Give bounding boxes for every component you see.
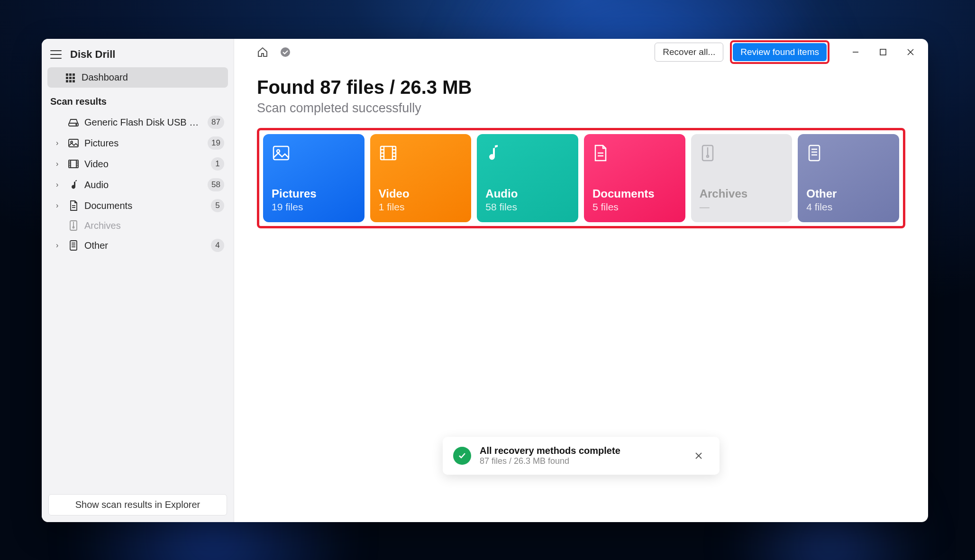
card-sub: 5 files — [592, 201, 677, 213]
card-sub: 19 files — [272, 201, 356, 213]
chevron-right-icon: › — [56, 160, 63, 168]
content: Found 87 files / 26.3 MB Scan completed … — [234, 65, 928, 228]
svg-point-51 — [707, 155, 709, 157]
svg-rect-33 — [880, 49, 886, 55]
card-title: Audio — [485, 187, 570, 200]
toast-title: All recovery methods complete — [480, 445, 686, 456]
card-archives: Archives— — [691, 134, 793, 222]
svg-rect-7 — [69, 80, 72, 82]
svg-rect-36 — [273, 146, 289, 160]
card-title: Documents — [592, 187, 677, 200]
sidebar-item-badge: 58 — [208, 178, 224, 191]
sidebar-item-label: Audio — [84, 180, 203, 190]
pictures-icon — [272, 144, 291, 163]
maximize-button[interactable] — [869, 43, 897, 62]
sidebar-item-badge: 5 — [211, 199, 224, 212]
svg-rect-11 — [69, 139, 78, 147]
show-in-explorer-button[interactable]: Show scan results in Explorer — [48, 494, 227, 515]
svg-rect-52 — [809, 145, 820, 161]
sidebar-item-archives: ›Archives — [47, 216, 228, 235]
svg-point-10 — [76, 124, 77, 125]
sidebar-item-label: Other — [84, 240, 206, 251]
card-audio[interactable]: Audio58 files — [477, 134, 578, 222]
svg-rect-6 — [66, 80, 68, 82]
sidebar-disk-row[interactable]: › Generic Flash Disk USB D... 87 — [47, 112, 228, 133]
sidebar-item-pictures[interactable]: ›Pictures19 — [47, 133, 228, 154]
svg-point-31 — [281, 47, 290, 57]
sidebar-item-other[interactable]: ›Other4 — [47, 235, 228, 256]
sidebar-header: Disk Drill — [42, 39, 234, 67]
card-sub: 58 files — [485, 201, 570, 213]
sidebar-item-documents[interactable]: ›Documents5 — [47, 195, 228, 216]
chevron-right-icon: › — [56, 139, 63, 147]
svg-rect-5 — [73, 77, 75, 79]
sidebar-item-video[interactable]: ›Video1 — [47, 154, 228, 174]
picture-icon — [67, 138, 80, 148]
sidebar-item-label: Dashboard — [82, 72, 128, 83]
toast-close-button[interactable] — [695, 452, 709, 460]
svg-rect-0 — [66, 73, 68, 76]
card-sub: 1 files — [379, 201, 463, 213]
sidebar-item-label: Pictures — [84, 138, 203, 149]
sidebar-tree: › Generic Flash Disk USB D... 87 ›Pictur… — [42, 112, 234, 256]
card-documents[interactable]: Documents5 files — [584, 134, 685, 222]
home-button[interactable] — [253, 43, 272, 62]
svg-point-37 — [277, 150, 280, 153]
sidebar: Disk Drill Dashboard Scan results › Gene… — [42, 39, 234, 522]
scan-complete-icon — [276, 43, 295, 62]
disk-icon — [67, 118, 80, 126]
sidebar-item-badge: 4 — [211, 239, 224, 252]
sidebar-item-badge: 19 — [208, 136, 224, 150]
review-highlight: Review found items — [730, 40, 829, 64]
svg-rect-4 — [69, 77, 72, 79]
grid-icon — [65, 73, 75, 82]
check-icon — [453, 447, 471, 465]
review-found-items-button[interactable]: Review found items — [733, 43, 827, 61]
sidebar-item-label: Archives — [84, 220, 224, 231]
document-icon — [67, 200, 80, 211]
video-icon — [67, 159, 80, 169]
titlebar: Recover all... Review found items — [234, 39, 928, 65]
sidebar-item-label: Video — [84, 159, 206, 170]
svg-rect-3 — [66, 77, 68, 79]
svg-rect-2 — [73, 73, 75, 76]
window-controls — [842, 43, 924, 62]
card-video[interactable]: Video1 files — [370, 134, 472, 222]
summary-headline: Found 87 files / 26.3 MB — [257, 77, 905, 98]
card-title: Video — [379, 187, 463, 200]
sidebar-item-audio[interactable]: ›Audio58 — [47, 174, 228, 195]
svg-rect-1 — [69, 73, 72, 76]
card-title: Archives — [700, 187, 784, 200]
cards-highlight: Pictures19 filesVideo1 filesAudio58 file… — [257, 128, 905, 228]
close-button[interactable] — [897, 43, 924, 62]
card-pictures[interactable]: Pictures19 files — [263, 134, 364, 222]
other-icon — [806, 144, 825, 163]
toast: All recovery methods complete 87 files /… — [443, 437, 720, 475]
sidebar-section-label: Scan results — [42, 90, 234, 112]
archives-icon — [700, 144, 719, 163]
card-sub: — — [700, 201, 784, 213]
documents-icon — [592, 144, 611, 163]
card-title: Pictures — [272, 187, 356, 200]
app-window: Disk Drill Dashboard Scan results › Gene… — [42, 39, 928, 522]
chevron-right-icon: › — [56, 241, 63, 250]
minimize-button[interactable] — [842, 43, 869, 62]
svg-point-26 — [73, 227, 74, 228]
main-area: Recover all... Review found items Found … — [234, 39, 928, 522]
recover-all-button[interactable]: Recover all... — [655, 43, 723, 62]
card-sub: 4 files — [806, 201, 891, 213]
sidebar-item-badge: 1 — [211, 157, 224, 171]
audio-icon — [67, 179, 80, 190]
sidebar-item-label: Documents — [84, 200, 206, 211]
summary-subhead: Scan completed successfully — [257, 101, 905, 116]
video-icon — [379, 144, 398, 163]
card-other[interactable]: Other4 files — [798, 134, 899, 222]
sidebar-disk-label: Generic Flash Disk USB D... — [84, 117, 203, 128]
cards-row: Pictures19 filesVideo1 filesAudio58 file… — [263, 134, 899, 222]
sidebar-item-dashboard[interactable]: Dashboard — [47, 67, 228, 88]
toast-sub: 87 files / 26.3 MB found — [480, 456, 686, 466]
other-icon — [67, 240, 80, 251]
menu-icon[interactable] — [50, 50, 62, 59]
audio-icon — [485, 144, 504, 163]
chevron-right-icon: › — [56, 181, 63, 189]
